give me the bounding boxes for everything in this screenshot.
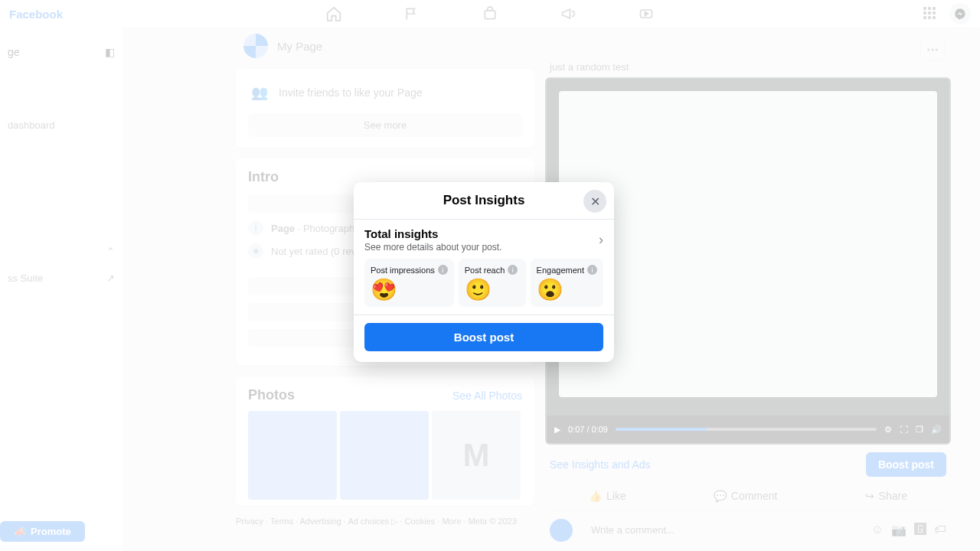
post-insights-modal: Post Insights ✕ Total insights See more …	[354, 182, 614, 362]
close-icon: ✕	[590, 194, 600, 209]
info-icon[interactable]: i	[508, 265, 518, 275]
total-insights-label: Total insights	[364, 227, 501, 240]
modal-footer: Boost post	[354, 315, 614, 362]
boost-post-button[interactable]: Boost post	[364, 323, 603, 351]
heart-eyes-emoji-icon: 😍	[371, 279, 448, 301]
chevron-right-icon: ›	[599, 232, 603, 248]
smile-emoji-icon: 🙂	[465, 279, 520, 301]
insight-stats: Post impressionsi 😍 Post reachi 🙂 Engage…	[364, 259, 603, 307]
total-insights-sub: See more details about your post.	[364, 242, 501, 253]
info-icon[interactable]: i	[587, 265, 597, 275]
modal-header: Post Insights ✕	[354, 182, 614, 220]
total-insights-section[interactable]: Total insights See more details about yo…	[354, 220, 614, 315]
modal-title: Post Insights	[361, 193, 606, 208]
close-button[interactable]: ✕	[583, 190, 606, 213]
stat-impressions[interactable]: Post impressionsi 😍	[364, 259, 454, 307]
info-icon[interactable]: i	[438, 265, 448, 275]
stat-engagement[interactable]: Engagementi 😮	[531, 259, 603, 307]
wow-emoji-icon: 😮	[537, 279, 597, 301]
stat-reach[interactable]: Post reachi 🙂	[459, 259, 526, 307]
